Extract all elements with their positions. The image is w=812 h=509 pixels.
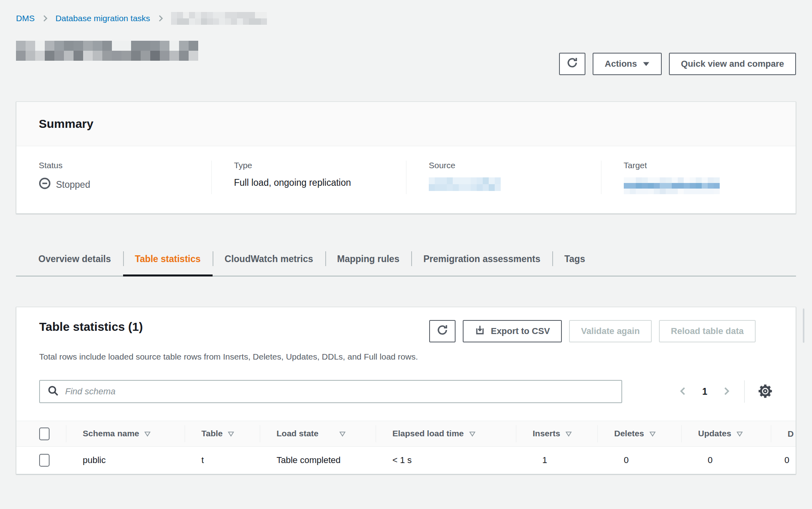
column-header-schema-name[interactable]: Schema name: [66, 421, 185, 447]
refresh-icon: [566, 57, 578, 71]
type-value: Full load, ongoing replication: [234, 177, 390, 188]
next-page-button[interactable]: [722, 386, 731, 398]
cell-clipped: 0: [771, 447, 796, 474]
gear-icon: [758, 384, 773, 400]
summary-field-source: Source: [406, 161, 601, 194]
column-label: Load state: [277, 429, 318, 438]
table-statistics-title: Table statistics (1): [39, 320, 143, 334]
current-page-number: 1: [702, 386, 707, 397]
export-to-csv-button[interactable]: Export to CSV: [463, 320, 562, 342]
validate-again-button[interactable]: Validate again: [569, 320, 652, 342]
schema-search-box: [39, 380, 622, 403]
tab-premigration-assessments[interactable]: Premigration assessments: [411, 243, 552, 276]
summary-title: Summary: [39, 117, 773, 131]
header-actions: Actions Quick view and compare: [559, 53, 796, 75]
sort-icon: [339, 429, 346, 438]
column-label: Deletes: [614, 429, 644, 438]
summary-panel-body: Status Stopped Type Full load, ongoing r…: [16, 146, 796, 213]
select-all-checkbox[interactable]: [39, 427, 50, 440]
caret-down-icon: [643, 59, 650, 69]
column-label: D: [788, 429, 794, 438]
table-statistics-table: Schema name Table Load state Elapsed loa…: [16, 421, 796, 474]
column-label: Elapsed load time: [392, 429, 464, 438]
column-header-table[interactable]: Table: [185, 421, 260, 447]
schema-search-input[interactable]: [65, 386, 614, 397]
stopped-status-icon: [39, 177, 51, 192]
page-title-redacted: [16, 41, 198, 61]
tab-cloudwatch-metrics[interactable]: CloudWatch metrics: [213, 243, 325, 276]
cell-schema-name: public: [66, 447, 185, 474]
breadcrumb-link-dms[interactable]: DMS: [16, 14, 35, 23]
quick-view-button-label: Quick view and compare: [681, 59, 784, 69]
target-label: Target: [624, 161, 780, 170]
download-icon: [475, 325, 485, 338]
page-header: Actions Quick view and compare: [16, 41, 796, 75]
pagination: 1: [678, 386, 731, 398]
vertical-divider: [744, 380, 745, 403]
tab-mapping-rules[interactable]: Mapping rules: [325, 243, 412, 276]
table-statistics-description: Total rows include loaded source table r…: [16, 342, 796, 362]
summary-field-target: Target: [601, 161, 796, 194]
tab-overview-details[interactable]: Overview details: [26, 243, 123, 276]
quick-view-compare-button[interactable]: Quick view and compare: [669, 53, 796, 75]
column-header-deletes[interactable]: Deletes: [597, 421, 681, 447]
table-statistics-header: Table statistics (1) Export to CSV Valid…: [16, 307, 796, 342]
chevron-right-icon: [41, 14, 49, 22]
cell-deletes: 0: [597, 447, 681, 474]
refresh-icon: [436, 324, 448, 338]
cell-load-state: Table completed: [260, 447, 376, 474]
column-header-elapsed-load-time[interactable]: Elapsed load time: [376, 421, 516, 447]
type-label: Type: [234, 161, 390, 170]
export-button-label: Export to CSV: [491, 326, 550, 336]
status-text: Stopped: [56, 179, 90, 190]
column-header-clipped[interactable]: D: [771, 421, 796, 447]
column-header-inserts[interactable]: Inserts: [516, 421, 597, 447]
chevron-right-icon: [722, 386, 731, 398]
breadcrumb-link-tasks[interactable]: Database migration tasks: [56, 14, 150, 23]
table-statistics-actions: Export to CSV Validate again Reload tabl…: [429, 320, 756, 342]
table-statistics-panel: Table statistics (1) Export to CSV Valid…: [16, 307, 796, 474]
sort-icon: [649, 429, 656, 438]
table-header-row: Schema name Table Load state Elapsed loa…: [16, 421, 796, 447]
table-refresh-button[interactable]: [429, 320, 456, 342]
tab-table-statistics[interactable]: Table statistics: [123, 243, 213, 276]
task-detail-tabs: Overview details Table statistics CloudW…: [16, 243, 796, 276]
breadcrumb-current-redacted: [171, 12, 267, 25]
chevron-left-icon: [678, 386, 688, 398]
cell-elapsed-load-time: < 1 s: [376, 447, 516, 474]
source-label: Source: [429, 161, 585, 170]
tab-tags[interactable]: Tags: [552, 243, 597, 276]
column-label: Updates: [698, 429, 731, 438]
source-value-redacted: [429, 177, 585, 191]
target-value-redacted: [624, 177, 780, 194]
column-label: Schema name: [83, 429, 139, 438]
table-filter-row: 1: [39, 380, 773, 403]
refresh-button[interactable]: [559, 53, 585, 75]
reload-table-data-button[interactable]: Reload table data: [659, 320, 756, 342]
breadcrumb: DMS Database migration tasks: [16, 12, 796, 25]
column-header-updates[interactable]: Updates: [681, 421, 771, 447]
sort-icon: [144, 429, 151, 438]
previous-page-button[interactable]: [678, 386, 688, 398]
table-preferences-button[interactable]: [758, 384, 773, 400]
cell-inserts: 1: [516, 447, 597, 474]
row-select-cell: [16, 447, 66, 474]
actions-dropdown-button[interactable]: Actions: [593, 53, 662, 75]
summary-panel: Summary Status Stopped Type Full load, o…: [16, 101, 796, 214]
chevron-right-icon: [157, 14, 165, 22]
summary-field-status: Status Stopped: [16, 161, 211, 194]
sort-icon: [469, 429, 476, 438]
actions-button-label: Actions: [605, 59, 637, 69]
sort-icon: [736, 429, 743, 438]
status-label: Status: [39, 161, 195, 170]
cell-table: t: [185, 447, 260, 474]
search-icon: [48, 385, 59, 398]
scrollbar[interactable]: [803, 308, 804, 343]
row-checkbox[interactable]: [39, 454, 50, 467]
summary-panel-header: Summary: [16, 102, 796, 146]
reload-button-label: Reload table data: [671, 326, 744, 336]
column-label: Table: [201, 429, 223, 438]
status-value: Stopped: [39, 177, 195, 192]
column-header-load-state[interactable]: Load state: [260, 421, 376, 447]
column-label: Inserts: [533, 429, 560, 438]
